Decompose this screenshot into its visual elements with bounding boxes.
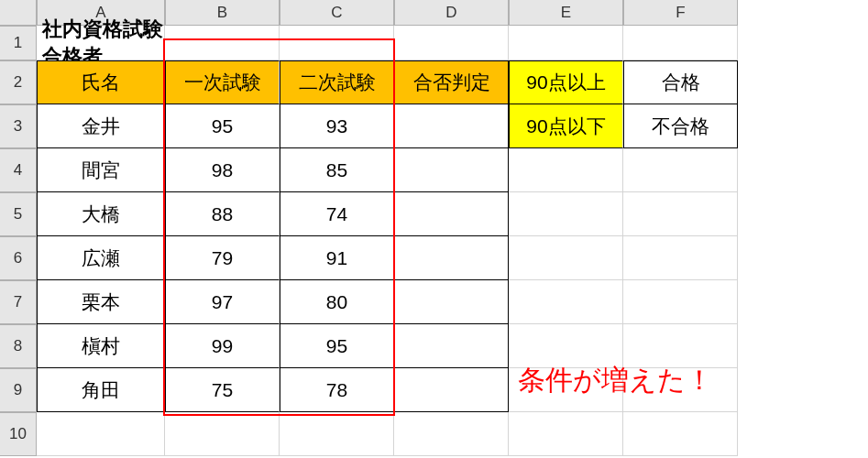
cell-C4[interactable]: 85 (280, 148, 394, 192)
spreadsheet-grid: A B C D E F 1 社内資格試験合格者 2 氏名 一次試験 二次試験 合… (0, 0, 868, 456)
cell-D1[interactable] (394, 26, 509, 60)
cell-D2[interactable]: 合否判定 (394, 60, 509, 104)
cell-E3[interactable]: 90点以下 (509, 104, 623, 148)
cell-C5[interactable]: 74 (280, 192, 394, 236)
row-header-7[interactable]: 7 (0, 280, 37, 324)
cell-D4[interactable] (394, 148, 509, 192)
cell-B7[interactable]: 97 (165, 280, 280, 324)
col-header-E[interactable]: E (509, 0, 623, 26)
cell-F3[interactable]: 不合格 (623, 104, 738, 148)
cell-F1[interactable] (623, 26, 738, 60)
cell-D10[interactable] (394, 412, 509, 456)
row-header-1[interactable]: 1 (0, 26, 37, 60)
cell-C9[interactable]: 78 (280, 368, 394, 412)
cell-C2[interactable]: 二次試験 (280, 60, 394, 104)
cell-F7[interactable] (623, 280, 738, 324)
cell-E8[interactable] (509, 324, 623, 368)
cell-E5[interactable] (509, 192, 623, 236)
cell-F4[interactable] (623, 148, 738, 192)
cell-B6[interactable]: 79 (165, 236, 280, 280)
col-header-C[interactable]: C (280, 0, 394, 26)
select-all-corner[interactable] (0, 0, 37, 26)
row-header-3[interactable]: 3 (0, 104, 37, 148)
cell-E9[interactable] (509, 368, 623, 412)
cell-F5[interactable] (623, 192, 738, 236)
cell-E6[interactable] (509, 236, 623, 280)
cell-B4[interactable]: 98 (165, 148, 280, 192)
cell-E10[interactable] (509, 412, 623, 456)
cell-A2[interactable]: 氏名 (37, 60, 165, 104)
cell-A5[interactable]: 大橋 (37, 192, 165, 236)
cell-C6[interactable]: 91 (280, 236, 394, 280)
cell-E1[interactable] (509, 26, 623, 60)
cell-D3[interactable] (394, 104, 509, 148)
cell-C3[interactable]: 93 (280, 104, 394, 148)
row-header-4[interactable]: 4 (0, 148, 37, 192)
cell-E7[interactable] (509, 280, 623, 324)
cell-F2[interactable]: 合格 (623, 60, 738, 104)
cell-F10[interactable] (623, 412, 738, 456)
cell-E2[interactable]: 90点以上 (509, 60, 623, 104)
cell-C7[interactable]: 80 (280, 280, 394, 324)
cell-A3[interactable]: 金井 (37, 104, 165, 148)
cell-B1[interactable] (165, 26, 280, 60)
cell-A9[interactable]: 角田 (37, 368, 165, 412)
row-header-2[interactable]: 2 (0, 60, 37, 104)
cell-B5[interactable]: 88 (165, 192, 280, 236)
cell-D5[interactable] (394, 192, 509, 236)
row-header-10[interactable]: 10 (0, 412, 37, 456)
cell-D6[interactable] (394, 236, 509, 280)
cell-B8[interactable]: 99 (165, 324, 280, 368)
row-header-6[interactable]: 6 (0, 236, 37, 280)
cell-A10[interactable] (37, 412, 165, 456)
cell-A4[interactable]: 間宮 (37, 148, 165, 192)
cell-B9[interactable]: 75 (165, 368, 280, 412)
cell-D8[interactable] (394, 324, 509, 368)
row-header-5[interactable]: 5 (0, 192, 37, 236)
cell-F6[interactable] (623, 236, 738, 280)
cell-A8[interactable]: 槇村 (37, 324, 165, 368)
cell-C1[interactable] (280, 26, 394, 60)
col-header-B[interactable]: B (165, 0, 280, 26)
cell-B2[interactable]: 一次試験 (165, 60, 280, 104)
cell-C8[interactable]: 95 (280, 324, 394, 368)
cell-E4[interactable] (509, 148, 623, 192)
col-header-D[interactable]: D (394, 0, 509, 26)
cell-F8[interactable] (623, 324, 738, 368)
cell-B3[interactable]: 95 (165, 104, 280, 148)
cell-A7[interactable]: 栗本 (37, 280, 165, 324)
cell-D9[interactable] (394, 368, 509, 412)
row-header-8[interactable]: 8 (0, 324, 37, 368)
row-header-9[interactable]: 9 (0, 368, 37, 412)
cell-C10[interactable] (280, 412, 394, 456)
col-header-F[interactable]: F (623, 0, 738, 26)
cell-D7[interactable] (394, 280, 509, 324)
cell-A1[interactable]: 社内資格試験合格者 (37, 26, 165, 60)
cell-F9[interactable] (623, 368, 738, 412)
cell-B10[interactable] (165, 412, 280, 456)
cell-A6[interactable]: 広瀬 (37, 236, 165, 280)
